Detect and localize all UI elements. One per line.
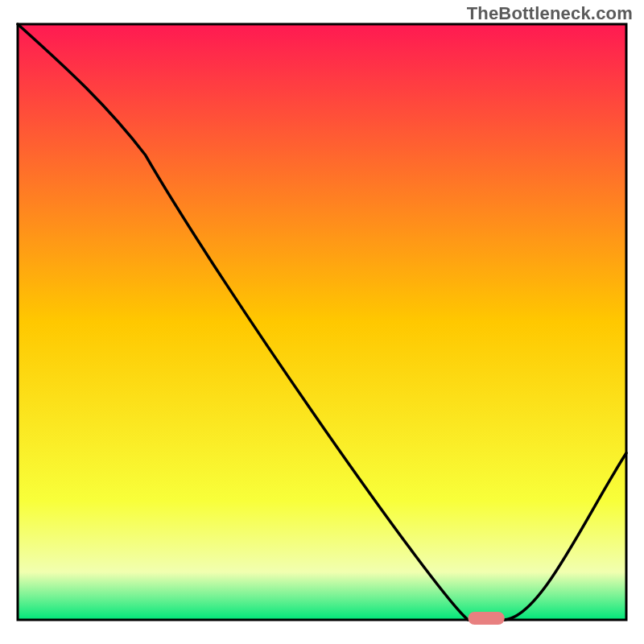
optimal-marker — [468, 612, 504, 625]
chart-container: TheBottleneck.com — [0, 0, 644, 644]
bottleneck-chart — [0, 0, 644, 644]
watermark-text: TheBottleneck.com — [467, 3, 633, 24]
